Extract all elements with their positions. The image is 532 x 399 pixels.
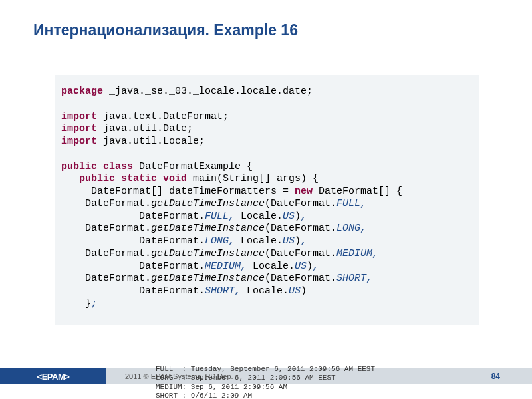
mid-locale: Locale. [241,285,289,297]
const-us: US [295,261,307,272]
close: ) [295,211,301,222]
const-short: SHORT [205,285,235,297]
const-medium: MEDIUM [205,261,241,272]
const-full: FULL [205,211,229,222]
kw-public-class: public class [61,161,133,172]
close: ) [295,235,301,247]
code-block: package _java._se._03._locale.locale.dat… [55,75,479,325]
mid-locale: Locale. [235,211,283,222]
const-us: US [289,285,301,297]
comma: , [313,261,319,272]
import-3: java.util.Locale; [97,136,205,147]
comma: , [360,223,366,234]
const-long: LONG [336,223,360,234]
mid-locale: Locale. [247,261,295,272]
import-2: java.util.Date; [97,123,193,134]
import-1: java.text.DateFormat; [97,111,229,122]
df-prefix: DateFormat. [61,273,151,284]
comma: , [372,248,378,259]
arr-decl-2: DateFormat[] { [313,186,402,197]
df-prefix: DateFormat. [61,223,151,234]
comma: , [301,235,307,247]
mid-locale: Locale. [235,235,283,247]
close: ) [307,261,313,272]
df-prefix2: DateFormat. [61,261,205,272]
open-df: (DateFormat. [265,223,336,234]
overflow-output-text: FULL : Tuesday, September 6, 2011 2:09:5… [156,365,375,399]
method-gdti: getDateTimeInstance [151,198,265,209]
const-us: US [283,211,295,222]
close: ) [301,285,307,297]
kw-new: new [295,186,313,197]
comma: , [235,285,241,297]
const-long: LONG [205,235,229,247]
df-prefix2: DateFormat. [61,211,205,222]
open-df: (DateFormat. [265,273,336,284]
class-decl: DateFormatExample { [133,161,253,172]
comma: , [301,211,307,222]
kw-import: import [61,111,97,122]
footer-logo: <EPAM> [0,368,106,384]
method-gdti: getDateTimeInstance [151,273,265,284]
comma: , [360,198,366,209]
method-gdti: getDateTimeInstance [151,223,265,234]
open-df: (DateFormat. [265,248,336,259]
main-sig: main(String[] args) { [187,173,319,184]
footer-page-number: 84 [452,368,532,384]
slide-title: Интернационализация. Example 16 [0,0,532,39]
df-prefix: DateFormat. [61,248,151,259]
kw-import: import [61,136,97,147]
kw-psv: public static void [79,173,187,184]
df-prefix: DateFormat. [61,198,151,209]
comma: , [366,273,372,284]
df-prefix2: DateFormat. [61,285,205,297]
comma: , [229,235,235,247]
pkg-path: _java._se._03._locale.locale.date; [103,86,313,97]
comma: , [229,211,235,222]
kw-import: import [61,123,97,134]
const-us: US [283,235,295,247]
const-full: FULL [336,198,360,209]
kw-package: package [61,86,103,97]
comma: , [241,261,247,272]
end-brace: } [61,298,91,309]
semi: ; [91,298,97,309]
const-medium: MEDIUM [336,248,372,259]
open-df: (DateFormat. [265,198,336,209]
df-prefix2: DateFormat. [61,235,205,247]
arr-decl-1: DateFormat[] dateTimeFormatters = [61,186,295,197]
method-gdti: getDateTimeInstance [151,248,265,259]
const-short: SHORT [336,273,366,284]
